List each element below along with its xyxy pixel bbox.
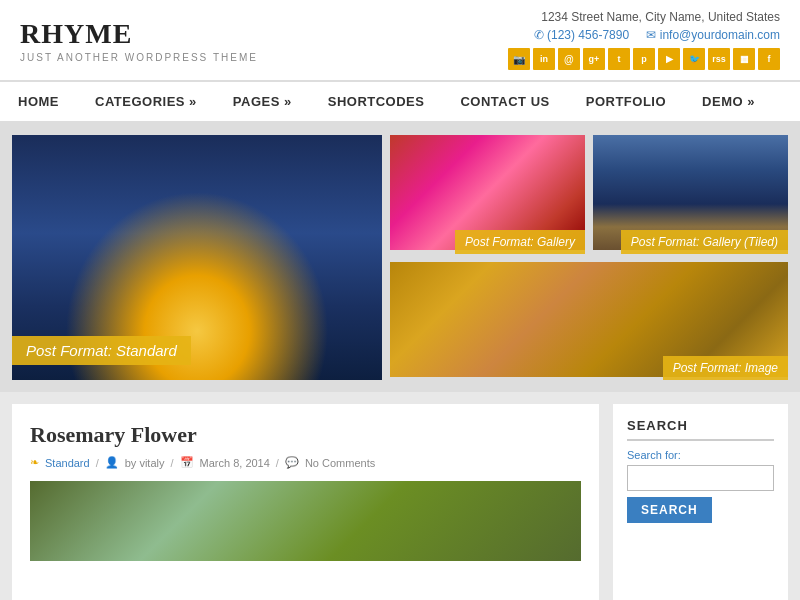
nav-item-home[interactable]: HOME: [0, 82, 77, 121]
phone-icon: [534, 28, 544, 42]
site-title: RHYME: [20, 18, 258, 50]
nav-item-portfolio[interactable]: PORTFOLIO: [568, 82, 684, 121]
search-input[interactable]: [627, 465, 774, 491]
featured-main-label: Post Format: Standard: [12, 336, 191, 365]
featured-section: Post Format: Standard Post Format: Galle…: [0, 123, 800, 392]
site-branding: RHYME JUST ANOTHER WORDPRESS THEME: [20, 18, 258, 63]
site-header: RHYME JUST ANOTHER WORDPRESS THEME 1234 …: [0, 0, 800, 81]
meta-sep-2: /: [170, 457, 173, 469]
search-button[interactable]: SEARCH: [627, 497, 712, 523]
post-category-link[interactable]: Standard: [45, 457, 90, 469]
social-icon-rss[interactable]: rss: [708, 48, 730, 70]
meta-sep-1: /: [96, 457, 99, 469]
social-icons-bar: 📷 in @ g+ t p ▶ 🐦 rss ▦ f: [508, 48, 780, 70]
social-icon-instagram[interactable]: 📷: [508, 48, 530, 70]
post-author-icon: 👤: [105, 456, 119, 469]
social-icon-at[interactable]: @: [558, 48, 580, 70]
nav-item-shortcodes[interactable]: SHORTCODES: [310, 82, 443, 121]
main-content: Rosemary Flower ❧ Standard / 👤 by vitaly…: [12, 404, 599, 600]
social-icon-youtube[interactable]: ▶: [658, 48, 680, 70]
social-icon-linkedin[interactable]: in: [533, 48, 555, 70]
header-contact: (123) 456-7890 info@yourdomain.com: [508, 28, 780, 42]
header-email[interactable]: info@yourdomain.com: [646, 28, 780, 42]
search-for-label: Search for:: [627, 449, 774, 461]
featured-main-post[interactable]: Post Format: Standard: [12, 135, 382, 380]
nav-item-contact[interactable]: CONTACT US: [442, 82, 567, 121]
gallery-tiled-label: Post Format: Gallery (Tiled): [621, 230, 788, 254]
site-tagline: JUST ANOTHER WORDPRESS THEME: [20, 52, 258, 63]
social-icon-flickr[interactable]: ▦: [733, 48, 755, 70]
content-area: Rosemary Flower ❧ Standard / 👤 by vitaly…: [0, 392, 800, 600]
grid-item-image[interactable]: Post Format: Image: [390, 262, 788, 381]
search-widget-title: SEARCH: [627, 418, 774, 441]
grid-item-gallery[interactable]: Post Format: Gallery: [390, 135, 585, 254]
post-comments: No Comments: [305, 457, 375, 469]
header-right: 1234 Street Name, City Name, United Stat…: [508, 10, 780, 70]
post-meta: ❧ Standard / 👤 by vitaly / 📅 March 8, 20…: [30, 456, 581, 469]
post-date: March 8, 2014: [200, 457, 270, 469]
social-icon-pinterest[interactable]: p: [633, 48, 655, 70]
gallery-label: Post Format: Gallery: [455, 230, 585, 254]
header-address: 1234 Street Name, City Name, United Stat…: [508, 10, 780, 24]
category-icon: ❧: [30, 456, 39, 469]
post-title: Rosemary Flower: [30, 422, 581, 448]
nav-item-categories[interactable]: CATEGORIES »: [77, 82, 215, 121]
image-post-label: Post Format: Image: [663, 356, 788, 380]
sidebar: SEARCH Search for: SEARCH: [613, 404, 788, 600]
header-phone[interactable]: (123) 456-7890: [534, 28, 633, 42]
email-icon: [646, 28, 656, 42]
social-icon-facebook[interactable]: f: [758, 48, 780, 70]
social-icon-twitter[interactable]: 🐦: [683, 48, 705, 70]
nav-item-pages[interactable]: PAGES »: [215, 82, 310, 121]
post-date-icon: 📅: [180, 456, 194, 469]
post-thumbnail: [30, 481, 581, 561]
nav-item-demo[interactable]: DEMO »: [684, 82, 773, 121]
social-icon-tumblr[interactable]: t: [608, 48, 630, 70]
featured-grid: Post Format: Gallery Post Format: Galler…: [390, 135, 788, 380]
main-nav: HOME CATEGORIES » PAGES » SHORTCODES CON…: [0, 81, 800, 123]
post-comments-icon: 💬: [285, 456, 299, 469]
post-author: by vitaly: [125, 457, 165, 469]
meta-sep-3: /: [276, 457, 279, 469]
grid-item-gallery-tiled[interactable]: Post Format: Gallery (Tiled): [593, 135, 788, 254]
social-icon-google-plus[interactable]: g+: [583, 48, 605, 70]
